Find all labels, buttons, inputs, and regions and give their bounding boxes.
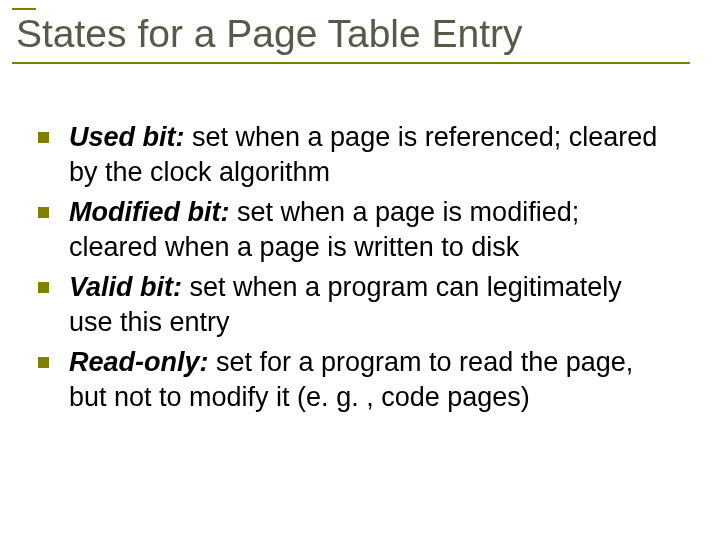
list-item: Used bit: set when a page is referenced;… [38,120,670,189]
square-bullet-icon [38,357,49,368]
slide: States for a Page Table Entry Used bit: … [0,0,720,540]
title-rule-bottom [12,62,690,64]
term: Used bit: [69,122,185,152]
item-text: Read-only: set for a program to read the… [69,345,670,414]
list-item: Read-only: set for a program to read the… [38,345,670,414]
title-block: States for a Page Table Entry [10,8,690,64]
item-text: Modified bit: set when a page is modifie… [69,195,670,264]
item-text: Used bit: set when a page is referenced;… [69,120,670,189]
square-bullet-icon [38,132,49,143]
title-rule-top [12,8,36,10]
term: Read-only: [69,347,209,377]
term: Modified bit: [69,197,229,227]
square-bullet-icon [38,282,49,293]
item-text: Valid bit: set when a program can legiti… [69,270,670,339]
slide-title: States for a Page Table Entry [16,12,690,56]
square-bullet-icon [38,207,49,218]
list-item: Valid bit: set when a program can legiti… [38,270,670,339]
list-item: Modified bit: set when a page is modifie… [38,195,670,264]
term: Valid bit: [69,272,182,302]
body: Used bit: set when a page is referenced;… [38,120,670,420]
